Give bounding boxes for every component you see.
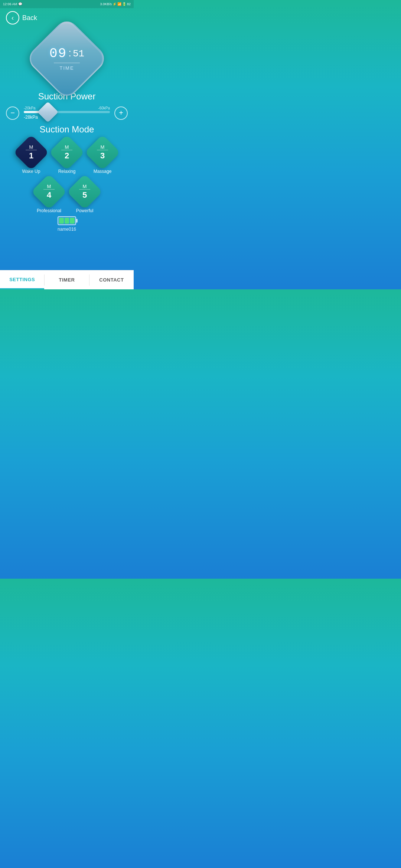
mode-content-4: M 4 <box>43 184 55 200</box>
back-label: Back <box>22 14 37 22</box>
mode-name-1: Wake Up <box>22 169 40 174</box>
timer-diamond: 09 : 51 TIME <box>25 17 109 101</box>
mode-m-4: M <box>43 184 55 189</box>
mode-name-3: Massage <box>94 169 112 174</box>
mode-row-1: M 1 Wake Up M 2 Relaxing <box>6 138 128 174</box>
device-name: name016 <box>58 227 76 232</box>
decrease-button[interactable]: − <box>6 106 19 120</box>
timer-minutes: 09 <box>49 46 67 61</box>
tab-timer[interactable]: TIMER <box>45 270 89 289</box>
slider-labels: -20kPa -60kPa <box>24 106 110 110</box>
battery-icon <box>58 216 76 225</box>
mode-diamond-1: M 1 <box>13 135 49 170</box>
battery-percent: 82 <box>127 2 131 6</box>
tab-settings-label: SETTINGS <box>9 277 35 282</box>
mode-content-2: M 2 <box>61 144 72 161</box>
timer-digits: 09 : 51 <box>49 46 84 61</box>
timer-container: 09 : 51 TIME <box>0 29 134 88</box>
status-right: 3.0KB/s ⚡ 📶 🔋 82 <box>100 2 131 6</box>
mode-content-3: M 3 <box>97 144 108 161</box>
mode-row-2: M 4 Professional M 5 Powerful <box>6 177 128 213</box>
mode-name-2: Relaxing <box>58 169 76 174</box>
battery-tip <box>76 219 78 223</box>
mode-diamond-5: M 5 <box>67 174 102 210</box>
mode-item-3[interactable]: M 3 Massage <box>88 138 117 174</box>
bluetooth-icon: ⚡ <box>113 2 117 6</box>
mode-num-5: 5 <box>79 190 90 200</box>
mode-num-4: 4 <box>43 190 55 200</box>
battery-bar-3 <box>70 218 75 224</box>
back-button[interactable]: ‹ <box>6 11 19 24</box>
mode-m-1: M <box>26 144 37 150</box>
mode-m-5: M <box>79 184 90 189</box>
timer-inner: 09 : 51 TIME <box>49 46 84 71</box>
timer-seconds: 51 <box>73 48 84 59</box>
status-time: 12:06 AM <box>3 2 17 6</box>
mode-divider-3 <box>97 150 108 150</box>
slider-wrapper: -20kPa -60kPa -28kPa <box>24 106 110 120</box>
timer-colon: : <box>68 47 71 59</box>
mode-num-2: 2 <box>61 151 72 161</box>
slider-current-value: -28kPa <box>24 115 110 120</box>
mode-item-4[interactable]: M 4 Professional <box>34 177 64 213</box>
increase-button[interactable]: + <box>114 106 128 120</box>
mode-item-5[interactable]: M 5 Powerful <box>70 177 100 213</box>
mode-divider-5 <box>79 189 90 190</box>
wechat-icon: 💬 <box>18 2 22 6</box>
status-left: 12:06 AM 💬 <box>3 2 22 6</box>
mode-num-3: 3 <box>97 151 108 161</box>
battery-bar-2 <box>65 218 69 224</box>
slider-max-label: -60kPa <box>98 106 110 110</box>
battery-bar-1 <box>59 218 64 224</box>
mode-diamond-wrap-1: M 1 <box>16 138 46 167</box>
battery-status: 🔋 <box>122 2 126 6</box>
mode-name-5: Powerful <box>76 208 94 213</box>
timer-divider-line <box>54 63 80 63</box>
mode-diamond-wrap-5: M 5 <box>70 177 100 207</box>
mode-divider-2 <box>61 150 72 150</box>
slider-track[interactable] <box>24 111 110 113</box>
mode-diamond-wrap-2: M 2 <box>52 138 82 167</box>
mode-item-1[interactable]: M 1 Wake Up <box>16 138 46 174</box>
bottom-nav: SETTINGS TIMER CONTACT <box>0 270 134 289</box>
mode-content-5: M 5 <box>79 184 90 200</box>
timer-label: TIME <box>59 65 74 71</box>
mode-content-1: M 1 <box>26 144 37 161</box>
mode-m-2: M <box>61 144 72 150</box>
slider-min-label: -20kPa <box>24 106 36 110</box>
signal-icons: 📶 <box>117 2 121 6</box>
mode-item-2[interactable]: M 2 Relaxing <box>52 138 82 174</box>
mode-diamond-wrap-3: M 3 <box>88 138 117 167</box>
device-area: name016 <box>0 216 134 232</box>
tab-timer-label: TIMER <box>59 277 75 283</box>
suction-mode-title: Suction Mode <box>0 124 134 135</box>
mode-section: M 1 Wake Up M 2 Relaxing <box>0 138 134 213</box>
mode-diamond-2: M 2 <box>49 135 85 170</box>
tab-contact-label: CONTACT <box>99 277 124 283</box>
tab-contact[interactable]: CONTACT <box>89 270 134 289</box>
mode-divider-1 <box>26 150 37 150</box>
mode-diamond-4: M 4 <box>31 174 67 210</box>
mode-diamond-wrap-4: M 4 <box>34 177 64 207</box>
mode-diamond-3: M 3 <box>85 135 120 170</box>
mode-name-4: Professional <box>37 208 61 213</box>
slider-container: − -20kPa -60kPa -28kPa + <box>0 105 134 121</box>
mode-divider-4 <box>43 189 55 190</box>
network-speed: 3.0KB/s <box>100 2 112 6</box>
mode-m-3: M <box>97 144 108 150</box>
mode-num-1: 1 <box>26 151 37 161</box>
tab-settings[interactable]: SETTINGS <box>0 270 44 289</box>
status-bar: 12:06 AM 💬 3.0KB/s ⚡ 📶 🔋 82 <box>0 0 134 8</box>
